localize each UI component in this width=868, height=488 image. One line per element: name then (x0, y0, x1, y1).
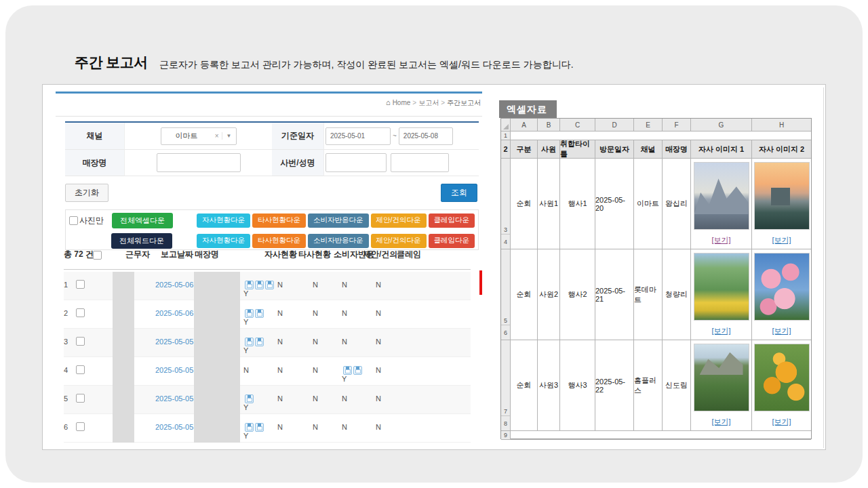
view-image-link[interactable]: [보기] (711, 233, 730, 247)
visit-date-cell[interactable]: 2025-05-22 (595, 340, 634, 431)
select-all-corner[interactable] (501, 119, 511, 131)
row-header[interactable]: 3 (501, 159, 510, 235)
column-letter[interactable]: D (595, 119, 634, 131)
visit-date-cell[interactable]: 2025-05-21 (595, 249, 634, 340)
category-cell[interactable]: 순회 (511, 249, 538, 340)
report-date-link[interactable]: 2025-05-05 (155, 366, 193, 374)
row-checkbox[interactable] (76, 308, 85, 317)
channel-cell[interactable]: 롯데마트 (634, 249, 663, 340)
row-header[interactable]: 8 (501, 416, 510, 430)
attachment-icon[interactable] (353, 366, 362, 375)
competitor-status-download-button[interactable]: 타사현황다운 (252, 234, 306, 248)
category-cell[interactable]: 순회 (511, 340, 538, 431)
photos-only-checkbox[interactable] (69, 216, 78, 225)
attachment-icon[interactable] (255, 309, 264, 318)
employee-id-input[interactable] (326, 153, 387, 172)
row-header[interactable]: 7 (501, 340, 510, 416)
date-from-input[interactable] (326, 127, 391, 145)
scroll-indicator[interactable] (479, 270, 482, 295)
suggestion-download-button[interactable]: 제안/건의다운 (371, 234, 427, 248)
store-name-input[interactable] (157, 153, 241, 172)
column-letter[interactable]: G (691, 119, 752, 131)
content-card: ⌂Home>보고서>주간보고서 채널 이마트 × ▼ 기준일자 ~ 매장명 (42, 84, 826, 450)
suggestion-cell: N (342, 338, 347, 346)
attachment-icon[interactable] (245, 423, 254, 432)
attachment-icon[interactable] (245, 394, 254, 403)
own-status-download-button[interactable]: 자사현황다운 (197, 234, 250, 248)
search-button[interactable]: 조회 (441, 184, 477, 202)
competitor-status-download-button[interactable]: 타사현황다운 (252, 214, 306, 228)
row-checkbox[interactable] (76, 337, 85, 346)
attachment-icon[interactable] (245, 309, 254, 318)
row-header[interactable]: 9 (501, 431, 511, 440)
page-background: 주간 보고서 근로자가 등록한 보고서 관리가 가능하며, 작성이 완료된 보고… (5, 5, 863, 483)
employee-name-input[interactable] (391, 153, 449, 172)
column-letter[interactable]: C (560, 119, 595, 131)
select-all-checkbox[interactable] (93, 251, 102, 260)
claim-download-button[interactable]: 클레임다운 (429, 234, 475, 248)
visit-date-cell[interactable]: 2025-05-20 (595, 159, 634, 249)
title-cell[interactable]: 행사3 (560, 340, 595, 431)
channel-cell[interactable]: 이마트 (634, 159, 663, 249)
consumer-response-download-button[interactable]: 소비자반응다운 (308, 234, 369, 248)
report-date-link[interactable]: 2025-05-06 (155, 309, 193, 317)
view-image-link[interactable]: [보기] (772, 324, 791, 338)
row-header[interactable]: 2 (501, 140, 511, 159)
column-letter[interactable]: A (511, 119, 538, 131)
column-letter[interactable]: H (752, 119, 811, 131)
store-cell[interactable]: 청량리 (663, 249, 691, 340)
clear-icon[interactable]: × (212, 132, 222, 140)
report-date-link[interactable]: 2025-05-05 (155, 423, 193, 431)
row-checkbox[interactable] (76, 280, 85, 289)
row-header[interactable]: 6 (501, 325, 510, 340)
report-date-link[interactable]: 2025-05-05 (155, 394, 193, 403)
view-image-link[interactable]: [보기] (711, 415, 730, 428)
row-checkbox[interactable] (76, 365, 85, 374)
row-header[interactable]: 5 (501, 249, 510, 325)
own-status-download-button[interactable]: 자사현황다운 (197, 214, 250, 228)
employee-cell[interactable]: 사원2 (538, 249, 560, 340)
date-to-input[interactable] (399, 127, 453, 145)
channel-cell[interactable]: 홈플러스 (634, 340, 663, 431)
title-cell[interactable]: 행사1 (560, 159, 595, 249)
attachment-icon[interactable] (343, 366, 352, 375)
report-date-link[interactable]: 2025-05-05 (155, 338, 193, 346)
row-checkbox[interactable] (76, 422, 85, 431)
claim-download-button[interactable]: 클레임다운 (429, 214, 475, 228)
breadcrumb-section[interactable]: 보고서 (418, 99, 439, 106)
view-image-link[interactable]: [보기] (711, 324, 730, 338)
attachment-icon[interactable] (255, 338, 264, 346)
attachment-icon[interactable] (255, 281, 264, 289)
attachment-icon[interactable] (255, 423, 264, 432)
category-cell[interactable]: 순회 (511, 159, 538, 249)
attachment-icon[interactable] (245, 281, 254, 289)
column-letter[interactable]: F (663, 119, 691, 131)
column-letter[interactable]: E (634, 119, 663, 131)
row-header[interactable]: 4 (501, 235, 510, 249)
channel-select[interactable]: 이마트 × ▼ (161, 127, 237, 145)
suggestion-cell: N (342, 394, 347, 403)
view-image-link[interactable]: [보기] (772, 415, 791, 428)
reset-button[interactable]: 초기화 (65, 184, 108, 202)
column-letter[interactable]: B (538, 119, 560, 131)
title-cell[interactable]: 행사2 (560, 249, 595, 340)
attachment-icon[interactable] (265, 281, 274, 289)
report-date-link[interactable]: 2025-05-06 (155, 281, 193, 289)
employee-cell[interactable]: 사원1 (538, 159, 560, 249)
excel-all-download-button[interactable]: 전체엑셀다운 (112, 213, 173, 228)
consumer-response-cell: N (313, 423, 318, 431)
store-cell[interactable]: 신도림 (663, 340, 691, 431)
store-cell[interactable]: 왕십리 (663, 159, 691, 249)
attachment-icon[interactable] (245, 338, 254, 346)
consumer-response-download-button[interactable]: 소비자반응다운 (308, 214, 369, 228)
word-all-download-button[interactable]: 전체워드다운 (111, 233, 172, 249)
view-image-link[interactable]: [보기] (772, 233, 791, 247)
empty-row[interactable] (511, 131, 811, 140)
empty-row[interactable] (511, 431, 811, 440)
chevron-down-icon[interactable]: ▼ (222, 133, 236, 139)
row-checkbox[interactable] (76, 394, 85, 403)
breadcrumb-home[interactable]: Home (393, 99, 411, 106)
row-header[interactable]: 1 (501, 131, 511, 140)
suggestion-download-button[interactable]: 제안/건의다운 (371, 214, 427, 228)
employee-cell[interactable]: 사원3 (538, 340, 560, 431)
